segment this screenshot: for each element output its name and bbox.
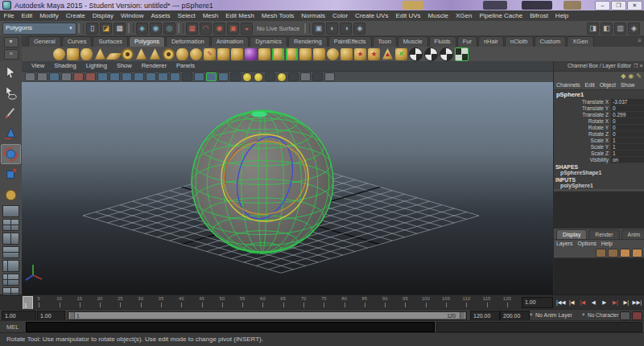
viewport-menu-lighting[interactable]: Lighting xyxy=(81,61,112,71)
hyperbolic-icon[interactable]: ◉ xyxy=(628,72,634,80)
camera-light-icon[interactable] xyxy=(277,72,287,82)
shelf-tab-menu-button[interactable]: ▼ xyxy=(4,37,19,47)
viewport-canvas[interactable] xyxy=(22,82,553,295)
shelf-tab-surfaces[interactable]: Surfaces xyxy=(93,36,128,47)
channel-edit-icon[interactable]: ✎ xyxy=(636,72,642,80)
input-node[interactable]: polySphere1 xyxy=(554,183,644,189)
polygon-cone-icon[interactable] xyxy=(94,48,106,60)
channel-box-menu-edit[interactable]: Edit xyxy=(585,80,595,89)
camera-attributes-icon[interactable] xyxy=(49,72,60,81)
viewport-menu-shading[interactable]: Shading xyxy=(49,61,81,71)
shelf-tab-ncloth[interactable]: nCloth xyxy=(505,36,534,47)
shelf-tab-fur[interactable]: Fur xyxy=(457,36,477,47)
use-all-lights-icon[interactable] xyxy=(218,72,229,81)
anim-layer-selector[interactable]: No Anim Layer xyxy=(535,311,572,320)
panel-dock-icons[interactable]: ❐ ✕ xyxy=(634,61,643,71)
channel-value-field[interactable]: 0 xyxy=(611,105,644,112)
new-layer-icon[interactable] xyxy=(620,249,630,257)
polygon-cylinder-icon[interactable] xyxy=(80,48,93,60)
menu-assets[interactable]: Assets xyxy=(147,10,174,21)
snap-to-curve-icon[interactable]: ◠ xyxy=(200,23,212,35)
layer-options-icon[interactable] xyxy=(632,249,642,257)
shelf-tab-xgen[interactable]: XGen xyxy=(567,36,593,47)
new-empty-layer-icon[interactable] xyxy=(596,249,606,257)
combine-icon[interactable] xyxy=(217,48,229,60)
menu-create-uvs[interactable]: Create UVs xyxy=(352,10,392,21)
multi-cut-icon[interactable] xyxy=(313,48,325,60)
channel-value-field[interactable]: 0.299 xyxy=(611,112,644,118)
channel-box-menu-show[interactable]: Show xyxy=(621,80,635,89)
menu-mesh[interactable]: Mesh xyxy=(199,10,222,21)
boolean-icon[interactable]: ★ xyxy=(354,48,366,60)
play-backwards-button[interactable]: ◀ xyxy=(588,296,600,309)
make-live-icon[interactable]: ◒ xyxy=(241,23,253,35)
perspective-viewport[interactable]: ViewShadingLightingShowRendererPanels xyxy=(22,61,553,295)
safe-title-icon[interactable] xyxy=(170,72,180,81)
mel-input-field[interactable] xyxy=(26,322,435,332)
shelf-collapse-icon[interactable]: ≡ xyxy=(638,37,642,44)
title-bar[interactable]: Autodesk Maya 2015 - Student Version: un… xyxy=(0,0,644,10)
shelf-tab-animation[interactable]: Animation xyxy=(211,36,249,47)
shelf-menu-button[interactable]: ≡ xyxy=(4,49,19,60)
polygon-prism-icon[interactable] xyxy=(135,48,147,60)
menu-file[interactable]: File xyxy=(0,10,18,21)
viewport-menu-show[interactable]: Show xyxy=(112,61,137,71)
menu-xgen[interactable]: XGen xyxy=(452,10,475,21)
channel-value-field[interactable]: on xyxy=(611,157,644,163)
channel-value-field[interactable]: 1 xyxy=(611,144,644,150)
three-pane-left-layout[interactable] xyxy=(2,260,19,272)
menu-normals[interactable]: Normals xyxy=(298,10,329,21)
menu-color[interactable]: Color xyxy=(328,10,351,21)
layer-editor-tab-render[interactable]: Render xyxy=(588,229,619,239)
snap-to-plane-icon[interactable]: ▣ xyxy=(227,23,239,35)
motion-blur-icon[interactable] xyxy=(254,72,263,82)
grid-toggle-icon[interactable] xyxy=(97,72,108,81)
bookmark-icon[interactable] xyxy=(61,72,72,81)
polygon-pipe-icon[interactable] xyxy=(163,48,175,60)
shadows-icon[interactable] xyxy=(230,72,241,81)
uv-distortion-icon[interactable] xyxy=(440,47,453,61)
shelf-tab-muscle[interactable]: Muscle xyxy=(398,36,428,47)
move-tool[interactable] xyxy=(2,124,20,142)
menu-select[interactable]: Select xyxy=(174,10,199,21)
step-back-frame-button[interactable]: |◀ xyxy=(567,296,578,309)
image-plane-icon[interactable] xyxy=(73,72,84,81)
polygon-cube-icon[interactable] xyxy=(67,48,79,60)
crease-icon[interactable]: ▲ xyxy=(382,48,394,60)
menu-mesh-tools[interactable]: Mesh Tools xyxy=(258,10,297,21)
shelf-tab-nhair[interactable]: nHair xyxy=(478,36,504,47)
bridge-icon[interactable] xyxy=(272,48,284,60)
range-start-handle[interactable] xyxy=(70,312,75,319)
lasso-select-tool[interactable] xyxy=(2,84,20,102)
channel-value-field[interactable]: 0 xyxy=(611,131,644,138)
smooth-icon[interactable] xyxy=(327,48,339,60)
tool-settings-toggle-icon[interactable]: ◧ xyxy=(601,23,613,35)
rotate-tool[interactable] xyxy=(1,144,21,164)
viewport-menu-view[interactable]: View xyxy=(27,61,49,71)
shelf-tab-toon[interactable]: Toon xyxy=(373,36,397,47)
layer-editor-menu-options[interactable]: Options xyxy=(577,240,596,248)
menu-help[interactable]: Help xyxy=(551,10,572,21)
resolution-gate-icon[interactable] xyxy=(122,72,132,81)
play-forwards-button[interactable]: ▶ xyxy=(599,296,610,309)
select-tool[interactable] xyxy=(2,64,20,82)
layer-editor-menu-layers[interactable]: Layers xyxy=(556,240,572,248)
go-to-end-button[interactable]: ▶▶| xyxy=(632,296,643,309)
shelf-tab-rendering[interactable]: Rendering xyxy=(288,36,328,47)
channel-box-header[interactable]: Channel Box / Layer Editor ❐ ✕ xyxy=(554,61,644,72)
new-scene-icon[interactable]: ▯ xyxy=(86,23,98,35)
isolate-select-icon[interactable] xyxy=(300,72,311,81)
status-group-grip[interactable] xyxy=(128,23,134,33)
chevron-down-icon[interactable]: ▼ xyxy=(529,312,533,317)
render-view-icon[interactable]: ▣ xyxy=(312,23,324,35)
time-slider-ticks[interactable]: 5101520253035404550556065707580859095100… xyxy=(23,295,515,310)
status-group-grip[interactable] xyxy=(178,23,184,33)
field-chart-icon[interactable] xyxy=(146,72,156,81)
exposure-icon[interactable] xyxy=(312,72,323,81)
step-forward-key-button[interactable]: ▶| xyxy=(610,296,621,309)
render-current-frame-icon[interactable]: ◐ xyxy=(326,23,338,35)
two-pane-side-layout[interactable] xyxy=(2,233,19,245)
wireframe-display-icon[interactable] xyxy=(182,72,192,81)
range-end-handle[interactable] xyxy=(460,312,464,319)
render-settings-icon[interactable]: ◈ xyxy=(353,23,365,35)
